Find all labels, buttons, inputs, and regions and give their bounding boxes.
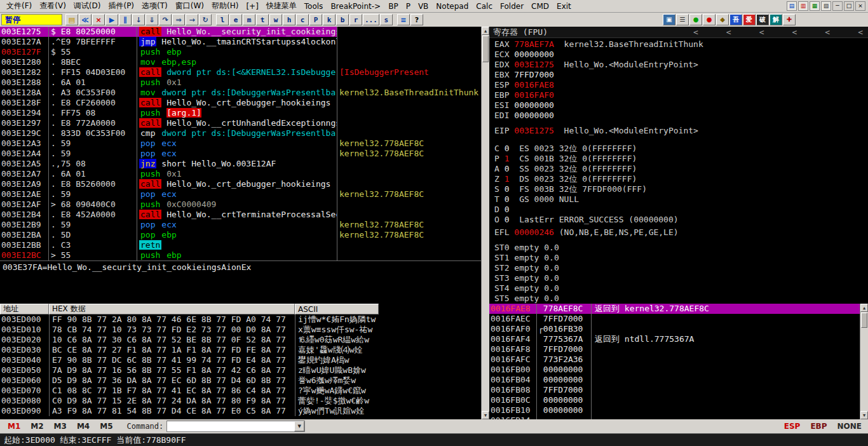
register-ecx[interactable]: ECX 00000000 [494,50,868,60]
stack-row-0016FAF0[interactable]: 0016FAF0┌0016FB30 [489,324,860,334]
wu-icon[interactable]: 吾 [729,14,742,25]
toolbar-letter-k[interactable]: k [323,14,336,25]
menu-item-6[interactable]: 帮助(H) [208,0,242,12]
mem-tab-m5[interactable]: M5 [95,422,118,431]
menu-item-7[interactable]: [+] [242,1,262,11]
disasm-row-003E12BB[interactable]: 003E12BB. C3retn [0,240,481,250]
plugin-icon-2[interactable]: ☰ [676,14,689,25]
stack-row-0016FB04[interactable]: 0016FB04 00000000 [489,375,860,385]
stack-row-0016FAFC[interactable]: 0016FAFC 773F2A36 [489,355,860,365]
dump-row-003ED020[interactable]: 003ED02010 C6 8A 77 30 C6 8A 77 52 BE 8B… [0,335,481,345]
disasm-row-003E128F[interactable]: 003E128F. E8 CF260000call Hello_Wo._crt_… [0,98,481,108]
po-icon[interactable]: 破 [756,14,769,25]
register-st0[interactable]: ST0 empty 0.0 [494,243,868,253]
command-dropdown-icon[interactable]: ▼ [294,421,304,431]
close-icon[interactable]: × [92,14,105,25]
register-efl[interactable]: EFL 00000246 (NO,NB,E,BE,NS,PE,GE,LE) [494,227,868,238]
register-eip[interactable]: EIP 003E1275 Hello_Wo.<ModuleEntryPoint> [494,126,868,136]
disasm-row-003E12A5[interactable]: 003E12A5.,75 08jnz short Hello_Wo.003E12… [0,159,481,169]
command-input[interactable] [168,422,292,431]
reg-cycle-button-5[interactable]: < [858,27,863,37]
toolbar-letter-P[interactable]: P [309,14,322,25]
disasm-row-003E128A[interactable]: 003E128A. A3 0C353F00mov dword ptr ds:[D… [0,88,481,98]
windows-list-icon[interactable]: ≡ [397,14,410,25]
flag-c[interactable]: C 0 ES 0023 32位 0(FFFFFFFF) [494,144,868,154]
scroll-up-icon[interactable]: ▲ [482,27,489,35]
stack-row-0016FB08[interactable]: 0016FB08 7FFD7000 [489,385,860,395]
scroll-thumb[interactable] [482,36,489,62]
disasm-row-003E12B9[interactable]: 003E12B9. 59pop ecxkernel32.778AEF8C [0,220,481,230]
menu-icon-4[interactable]: ▧ [821,1,831,11]
step-into-icon[interactable]: ↓ [132,14,145,25]
menu-icon-3[interactable]: ▦ [810,1,820,11]
plugin-icon-4[interactable]: ● [703,14,715,25]
open-file-icon[interactable]: ▤ [65,14,78,25]
menu-item-17[interactable]: CMD [527,1,553,11]
disasm-row-003E12AF[interactable]: 003E12AF> 68 090400C0push 0xC0000409 [0,199,481,210]
dump-row-003ED090[interactable]: 003ED090A3 F9 8A 77 81 54 8B 77 D4 CE 8A… [0,406,481,416]
disasm-row-003E12BA[interactable]: 003E12BA. 5Dpop ebpkernel32.778AEF8C [0,230,481,240]
maximize-button[interactable]: □ [844,1,854,11]
run-to-cursor-icon[interactable]: → [186,14,198,25]
menu-item-14[interactable]: Notepad [432,1,472,11]
menu-item-9[interactable]: Tools [301,1,327,11]
none-indicator[interactable]: NONE [837,422,862,431]
mem-tab-m4[interactable]: M4 [72,422,95,431]
register-st1[interactable]: ST1 empty 0.0 [494,253,868,263]
disasm-row-003E1280[interactable]: 003E1280. 8BECmov ebp,esp [0,57,481,67]
menu-item-12[interactable]: P [402,1,414,11]
plugin-icon-5[interactable]: ◆ [716,14,729,25]
flag-z[interactable]: Z 1 DS 0023 32位 0(FFFFFFFF) [494,174,868,184]
menu-item-13[interactable]: VB [414,1,432,11]
disasm-row-003E1282[interactable]: 003E1282. FF15 04D03E00call dword ptr ds… [0,67,481,78]
dump-row-003ED070[interactable]: 003ED070C1 08 8C 77 1B F7 8A 77 41 EC 8A… [0,386,481,396]
stack-row-0016FB0C[interactable]: 0016FB0C 00000000 [489,395,860,405]
menu-item-16[interactable]: Folder [496,1,527,11]
flag-t[interactable]: T 0 GS 0000 NULL [494,194,868,205]
stack-row-0016FB00[interactable]: 0016FB00 00000000 [489,365,860,375]
plugin-icon-10[interactable]: ✚ [783,14,796,25]
stack-scroll-thumb[interactable] [861,313,867,328]
reg-cycle-button-2[interactable]: < [759,27,764,37]
reg-cycle-button-3[interactable]: < [792,27,797,37]
stack-row-0016FAEC[interactable]: 0016FAEC 7FFD7000 [489,314,860,324]
register-esp[interactable]: ESP 0016FAE8 [494,80,868,90]
menu-item-11[interactable]: BP [384,1,402,11]
disasm-row-003E12A9[interactable]: 003E12A9. E8 B5260000call Hello_Wo._crt_… [0,179,481,189]
reg-cycle-button-0[interactable]: < [693,27,698,37]
ai-icon[interactable]: 爱 [743,14,756,25]
toolbar-letter-m[interactable]: m [243,14,255,25]
mem-tab-m1[interactable]: M1 [3,422,25,431]
disasm-row-003E12BC[interactable]: 003E12BC> 55push ebp [0,250,481,260]
flag-a[interactable]: A 0 SS 0023 32位 0(FFFFFFFF) [494,164,868,174]
flag-p[interactable]: P 1 CS 001B 32位 0(FFFFFFFF) [494,154,868,164]
toolbar-letter-s[interactable]: s [380,14,393,25]
mem-tab-m2[interactable]: M2 [25,422,48,431]
dump-row-003ED080[interactable]: 003ED080C0 D9 8A 77 15 2E 8A 77 24 DA 8A… [0,396,481,406]
step-over-icon[interactable]: ↷ [159,14,172,25]
stack-scroll-down-icon[interactable]: ▼ [860,411,868,419]
disasm-row-003E1294[interactable]: 003E1294. FF75 08push [arg.1] [0,108,481,118]
execute-till-return-icon[interactable]: ↻ [199,14,212,25]
stack-scroll-up-icon[interactable]: ▲ [860,304,868,312]
disasm-row-003E12A3[interactable]: 003E12A3. 59pop ecxkernel32.778AEF8C [0,139,481,149]
ebp-indicator[interactable]: EBP [810,422,827,431]
toolbar-letter-...[interactable]: ... [363,14,379,25]
disasm-row-003E1297[interactable]: 003E1297. E8 772A0000call Hello_Wo.__crt… [0,118,481,128]
reg-cycle-button-1[interactable]: < [726,27,731,37]
menu-item-1[interactable]: 查看(V) [36,0,70,12]
disasm-row-003E12AE[interactable]: 003E12AE. 59pop ecxkernel32.778AEF8C [0,189,481,199]
register-edi[interactable]: EDI 00000000 [494,111,868,121]
menu-item-4[interactable]: 选项(T) [138,0,172,12]
mem-tab-m3[interactable]: M3 [49,422,72,431]
disasm-row-003E129C[interactable]: 003E129C. 833D 0C353F00cmp dword ptr ds:… [0,128,481,139]
menu-item-3[interactable]: 插件(P) [104,0,138,12]
disasm-row-003E1288[interactable]: 003E1288. 6A 01push 0x1 [0,78,481,88]
plugin-icon-1[interactable]: ▣ [663,14,675,25]
disasm-row-003E12A7[interactable]: 003E12A7. 6A 01push 0x1 [0,169,481,179]
toolbar-letter-t[interactable]: t [256,14,269,25]
close-button[interactable]: × [855,1,865,11]
minimize-button[interactable]: ─ [832,1,843,11]
register-eax[interactable]: EAX 778AEF7A kernel32.BaseThreadInitThun… [494,39,868,50]
menu-item-18[interactable]: Exit [553,1,575,11]
